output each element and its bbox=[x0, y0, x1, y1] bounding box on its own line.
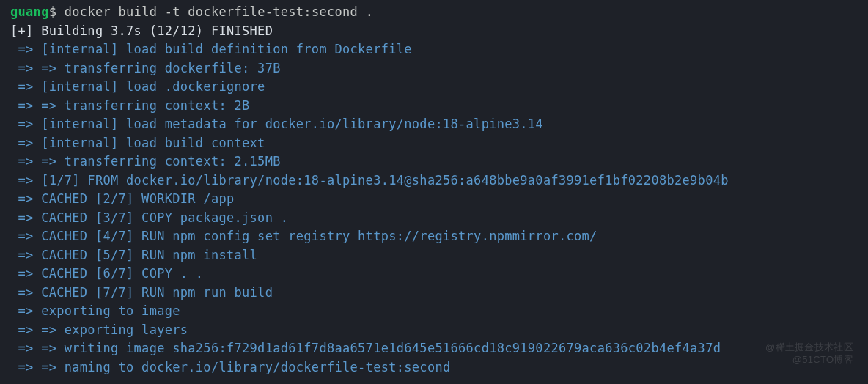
build-output-line: => => exporting layers bbox=[10, 321, 858, 340]
build-output-line: => [internal] load metadata for docker.i… bbox=[10, 115, 858, 134]
prompt-user: guang bbox=[10, 4, 49, 19]
build-output-line: => [internal] load build context bbox=[10, 134, 858, 153]
build-output-line: => => transferring context: 2B bbox=[10, 97, 858, 116]
build-output-line: => exporting to image bbox=[10, 302, 858, 321]
build-output-line: => => naming to docker.io/library/docker… bbox=[10, 358, 858, 377]
build-output-line: => CACHED [6/7] COPY . . bbox=[10, 265, 858, 284]
build-output-line: => [internal] load .dockerignore bbox=[10, 78, 858, 97]
build-output-line: => CACHED [2/7] WORKDIR /app bbox=[10, 190, 858, 209]
watermark-line: @稀土掘金技术社区 bbox=[765, 341, 853, 354]
build-output-line: => => writing image sha256:f729d1ad61f7d… bbox=[10, 339, 858, 358]
build-output-line: => [1/7] FROM docker.io/library/node:18-… bbox=[10, 171, 858, 191]
watermark-line: @51CTO博客 bbox=[765, 354, 853, 366]
prompt-symbol: $ bbox=[49, 4, 57, 19]
build-output-line: => => transferring dockerfile: 37B bbox=[10, 59, 858, 78]
build-output-line: => CACHED [4/7] RUN npm config set regis… bbox=[10, 227, 858, 246]
build-output-line: => [internal] load build definition from… bbox=[10, 40, 858, 59]
build-output-line: => CACHED [7/7] RUN npm run build bbox=[10, 284, 858, 303]
command-text: docker build -t dockerfile-test:second . bbox=[65, 4, 373, 19]
watermark: @稀土掘金技术社区 @51CTO博客 bbox=[765, 341, 853, 366]
prompt-line[interactable]: guang$ docker build -t dockerfile-test:s… bbox=[10, 3, 858, 22]
build-output-line: => CACHED [3/7] COPY package.json . bbox=[10, 209, 858, 228]
build-output-line: => CACHED [5/7] RUN npm install bbox=[10, 246, 858, 265]
build-header: [+] Building 3.7s (12/12) FINISHED bbox=[10, 22, 858, 41]
build-output-line: => => transferring context: 2.15MB bbox=[10, 152, 858, 171]
